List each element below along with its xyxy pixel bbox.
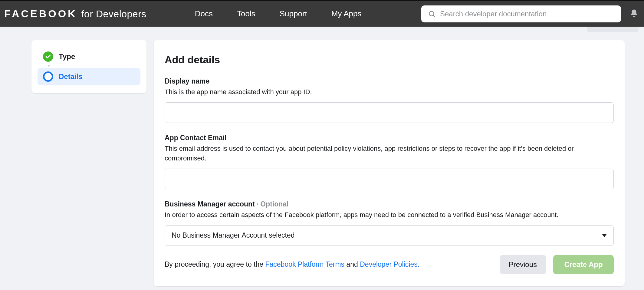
- bma-select[interactable]: No Business Manager Account selected: [165, 225, 614, 246]
- step-type[interactable]: Type: [38, 48, 140, 65]
- field-display-name: Display name This is the app name associ…: [165, 77, 614, 123]
- truncated-button: [587, 27, 639, 32]
- step-details[interactable]: Details: [38, 68, 140, 85]
- notifications-icon[interactable]: [629, 9, 639, 19]
- bma-label: Business Manager account: [165, 200, 255, 208]
- agree-text: By proceeding, you agree to the Facebook…: [165, 260, 419, 269]
- nav-docs[interactable]: Docs: [195, 9, 213, 18]
- nav-links: Docs Tools Support My Apps: [195, 9, 362, 18]
- display-name-input[interactable]: [165, 102, 614, 123]
- field-business-manager: Business Manager account·Optional In ord…: [165, 200, 614, 246]
- page-title: Add details: [165, 54, 614, 66]
- bma-help: In order to access certain aspects of th…: [165, 210, 614, 220]
- create-app-button[interactable]: Create App: [553, 255, 614, 274]
- nav-support[interactable]: Support: [280, 9, 307, 18]
- search-box[interactable]: [421, 5, 621, 22]
- contact-email-input[interactable]: [165, 169, 614, 189]
- contact-email-label: App Contact Email: [165, 134, 614, 142]
- form-card: Add details Display name This is the app…: [154, 40, 625, 286]
- form-footer: By proceeding, you agree to the Facebook…: [165, 255, 614, 274]
- chevron-down-icon: [602, 234, 607, 237]
- step-details-label: Details: [59, 72, 83, 81]
- bma-label-row: Business Manager account·Optional: [165, 200, 614, 208]
- bma-optional: Optional: [260, 200, 288, 208]
- nav-my-apps[interactable]: My Apps: [331, 9, 362, 18]
- display-name-label: Display name: [165, 77, 614, 85]
- brand-strong: FACEBOOK: [4, 8, 77, 20]
- step-type-label: Type: [59, 52, 75, 61]
- platform-terms-link[interactable]: Facebook Platform Terms: [265, 260, 344, 268]
- step-connector: [48, 65, 140, 68]
- check-icon: [43, 51, 53, 62]
- search-icon: [428, 10, 436, 18]
- circle-icon: [43, 71, 53, 82]
- display-name-help: This is the app name associated with you…: [165, 87, 614, 97]
- contact-email-help: This email address is used to contact yo…: [165, 144, 614, 163]
- developer-policies-link[interactable]: Developer Policies.: [360, 260, 419, 268]
- steps-card: Type Details: [31, 40, 146, 93]
- search-input[interactable]: [440, 10, 614, 18]
- svg-line-1: [433, 15, 435, 17]
- agree-middle: and: [344, 260, 360, 268]
- bma-selected-value: No Business Manager Account selected: [172, 231, 295, 239]
- field-contact-email: App Contact Email This email address is …: [165, 134, 614, 189]
- brand-logo[interactable]: FACEBOOK for Developers: [4, 8, 146, 20]
- top-nav: FACEBOOK for Developers Docs Tools Suppo…: [0, 0, 644, 27]
- previous-button[interactable]: Previous: [500, 255, 546, 274]
- agree-prefix: By proceeding, you agree to the: [165, 260, 265, 268]
- brand-light: for Developers: [81, 8, 146, 20]
- nav-tools[interactable]: Tools: [237, 9, 255, 18]
